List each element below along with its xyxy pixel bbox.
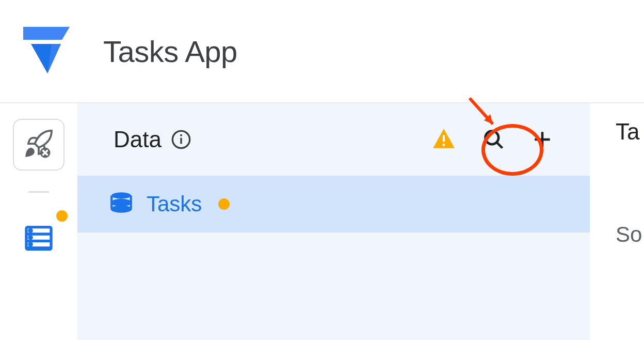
data-panel-header: Data (77, 103, 590, 176)
search-icon[interactable] (482, 128, 505, 151)
svg-point-13 (486, 131, 499, 145)
warning-triangle-icon[interactable] (431, 127, 457, 152)
database-icon (22, 222, 55, 257)
svg-point-5 (29, 229, 31, 231)
right-panel: Ta So (590, 103, 644, 340)
svg-point-10 (180, 134, 182, 136)
main-area: Data (0, 103, 644, 340)
table-icon (108, 190, 134, 218)
table-name-label: Tasks (147, 192, 202, 217)
add-table-button[interactable] (531, 128, 554, 151)
data-panel-title: Data (114, 127, 162, 152)
svg-rect-12 (443, 144, 445, 146)
svg-point-18 (111, 199, 131, 206)
data-panel: Data (77, 103, 590, 340)
left-sidebar (0, 103, 77, 340)
svg-rect-11 (443, 135, 445, 142)
right-panel-title-fragment: Ta (616, 119, 644, 145)
sidebar-item-data[interactable] (13, 213, 65, 265)
data-title-group: Data (114, 127, 191, 152)
rocket-icon (23, 128, 54, 161)
svg-point-19 (111, 205, 131, 212)
content-area: Data (77, 103, 644, 340)
svg-point-7 (29, 243, 31, 245)
warning-badge-dot (56, 210, 68, 222)
app-title: Tasks App (103, 34, 237, 69)
svg-point-17 (111, 192, 131, 199)
svg-line-14 (497, 143, 503, 148)
data-header-actions (431, 127, 554, 152)
info-icon[interactable] (171, 129, 191, 150)
sidebar-item-deploy[interactable] (13, 119, 65, 171)
svg-point-6 (29, 237, 31, 239)
right-panel-text-fragment: So (616, 222, 644, 247)
appsheet-logo-icon (21, 24, 77, 78)
table-status-dot (218, 198, 230, 210)
table-row-tasks[interactable]: Tasks (77, 176, 590, 233)
sidebar-divider (28, 191, 49, 193)
app-header: Tasks App (0, 0, 644, 103)
